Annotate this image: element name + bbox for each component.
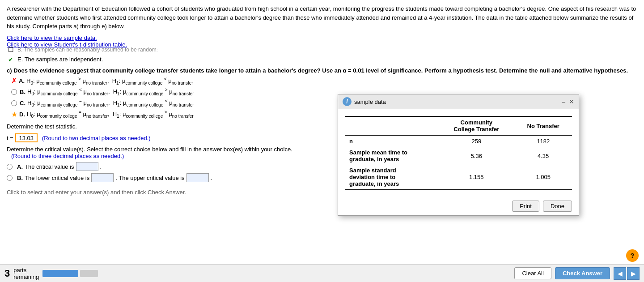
table-row-mean: Sample mean time tograduate, in years 5.…: [345, 147, 572, 165]
option-e-text: E. The samples are independent.: [17, 56, 103, 63]
col-header-notransfer: No Transfer: [514, 116, 572, 135]
critical-a-label: A.: [17, 163, 23, 170]
problem-description: A researcher with the Department of Educ…: [7, 4, 637, 31]
progress-bar-filled: [42, 270, 78, 277]
critical-b-box-upper[interactable]: [186, 173, 209, 182]
row-notransfer-sd: 1.005: [514, 165, 572, 190]
row-notransfer-mean: 4.35: [514, 147, 572, 165]
row-community-sd: 1.155: [438, 165, 514, 190]
option-b-text: B. The samples can be reasonably assumed…: [17, 47, 158, 53]
info-icon: i: [343, 97, 352, 106]
help-button[interactable]: ?: [626, 249, 639, 262]
table-row-n: n 259 1182: [345, 135, 572, 147]
option-a-text: H0: μcommunity college > μno transfer, H…: [26, 77, 193, 85]
wrong-icon-a: ✗: [11, 77, 17, 85]
radio-b[interactable]: [11, 89, 17, 95]
bottom-bar: 3 parts remaining Clear All Check Answer…: [0, 264, 644, 282]
option-b-hyp-text: H0: μcommunity college < μno transfer, H…: [27, 87, 194, 96]
parts-label-line1: parts: [13, 267, 39, 273]
checkbox-b-icon: ☐: [7, 46, 15, 54]
parts-label-line2: remaining: [13, 273, 39, 280]
modal-controls: – ✕: [562, 98, 574, 105]
radio-c[interactable]: [11, 100, 17, 106]
row-community-mean: 5.36: [438, 147, 514, 165]
done-button[interactable]: Done: [543, 201, 572, 212]
bottom-buttons: Clear All Check Answer ◀ ▶: [514, 267, 640, 280]
star-icon-d: ★: [11, 110, 17, 119]
modal-close-button[interactable]: ✕: [569, 98, 574, 105]
col-header-empty: [345, 116, 438, 135]
sample-data-modal: i sample data – ✕ CommunityCollege Trans…: [338, 94, 579, 216]
option-b-row: ☐ B. The samples can be reasonably assum…: [7, 46, 637, 54]
row-label-sd: Sample standarddeviation time tograduate…: [345, 165, 438, 190]
row-notransfer-n: 1182: [514, 135, 572, 147]
t-value-input[interactable]: 13.03: [15, 133, 38, 142]
critical-b-box-lower[interactable]: [91, 173, 114, 182]
critical-b-label: B.: [17, 175, 23, 181]
check-answer-button[interactable]: Check Answer: [555, 267, 610, 279]
option-c-label: C.: [20, 100, 25, 107]
option-d-text: H0: μcommunity college = μno transfer, H…: [27, 110, 194, 119]
modal-body: CommunityCollege Transfer No Transfer n …: [338, 109, 579, 197]
option-a-label: A.: [19, 77, 25, 84]
nav-buttons: ◀ ▶: [614, 267, 640, 280]
modal-minimize-button[interactable]: –: [562, 98, 565, 105]
hypothesis-option-a[interactable]: ✗ A. H0: μcommunity college > μno transf…: [11, 77, 637, 85]
critical-radio-b[interactable]: [7, 175, 13, 181]
option-c-text: H0: μcommunity college = μno transfer, H…: [27, 98, 194, 107]
option-b-hyp-label: B.: [20, 89, 25, 95]
t-label: t =: [7, 135, 13, 141]
row-community-n: 259: [438, 135, 514, 147]
progress-bar-empty: [80, 270, 98, 277]
option-d-label: D.: [19, 111, 25, 118]
critical-b-period: .: [211, 175, 212, 181]
parts-remaining-section: 3 parts remaining: [4, 267, 98, 280]
checkbox-e-icon: ✔: [7, 56, 15, 64]
critical-b-text-before: The lower critical value is: [25, 175, 89, 181]
progress-bar-container: [42, 270, 98, 277]
t-note: (Round to two decimal places as needed.): [42, 135, 151, 141]
modal-footer: Print Done: [338, 197, 579, 215]
clear-all-button[interactable]: Clear All: [514, 267, 551, 279]
sample-data-link[interactable]: Click here to view the sample data.: [7, 34, 637, 41]
modal-title: sample data: [354, 98, 386, 105]
parts-number: 3: [4, 268, 10, 279]
prev-button[interactable]: ◀: [614, 267, 626, 280]
table-row-sd: Sample standarddeviation time tograduate…: [345, 165, 572, 190]
sample-data-table: CommunityCollege Transfer No Transfer n …: [345, 116, 572, 190]
modal-header: i sample data – ✕: [338, 94, 579, 109]
next-button[interactable]: ▶: [627, 267, 640, 280]
row-label-n: n: [345, 135, 438, 147]
row-label-mean: Sample mean time tograduate, in years: [345, 147, 438, 165]
critical-radio-a[interactable]: [7, 164, 13, 170]
critical-a-box[interactable]: [76, 162, 98, 171]
col-header-community: CommunityCollege Transfer: [438, 116, 514, 135]
option-e-row[interactable]: ✔ E. The samples are independent.: [7, 56, 637, 64]
modal-title-area: i sample data: [343, 97, 386, 106]
critical-a-text: The critical value is: [25, 163, 74, 170]
print-button[interactable]: Print: [512, 201, 539, 212]
critical-b-text-middle: . The upper critical value is: [115, 175, 184, 181]
critical-a-period: .: [100, 163, 102, 170]
part-c-text: c) Does the evidence suggest that commun…: [7, 67, 637, 74]
